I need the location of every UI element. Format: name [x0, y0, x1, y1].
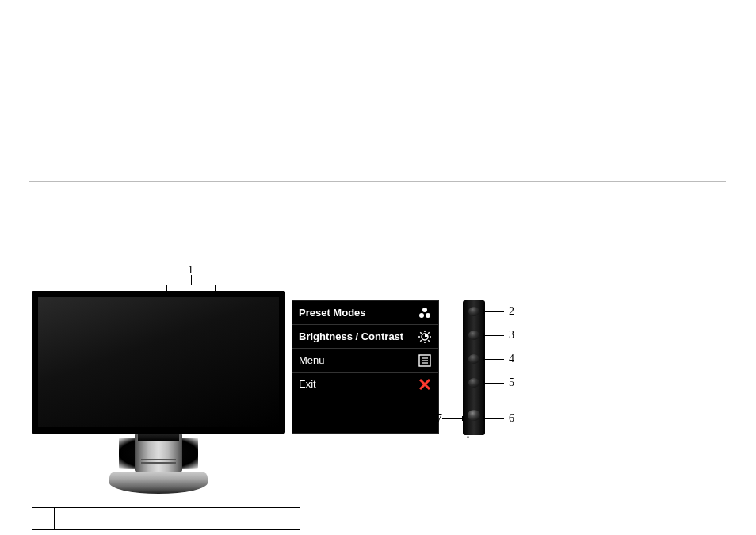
brightness-icon: [418, 330, 432, 344]
svg-line-8: [420, 332, 422, 334]
callout-6-label: 6: [509, 412, 514, 425]
svg-line-10: [420, 340, 422, 342]
callout-1-tick-right: [215, 285, 216, 291]
function-button-1[interactable]: [468, 307, 479, 316]
power-led: [467, 436, 469, 438]
function-button-4[interactable]: [468, 378, 479, 388]
table-cell: [32, 508, 55, 530]
callout-7-line: [442, 418, 463, 419]
callout-4-tick: [483, 357, 484, 361]
osd-empty-area: [292, 396, 438, 434]
svg-line-9: [428, 340, 430, 342]
preset-modes-icon: [418, 306, 432, 320]
monitor-front-view: DELL: [32, 291, 285, 497]
osd-row-preset-modes[interactable]: Preset Modes: [292, 301, 438, 325]
power-button[interactable]: [468, 410, 480, 421]
callout-2-tick: [483, 309, 484, 314]
monitor-bezel: DELL: [32, 291, 285, 434]
monitor-screen: [38, 297, 279, 427]
svg-line-11: [428, 332, 430, 334]
osd-label: Preset Modes: [299, 307, 366, 319]
stand-vent: [141, 462, 176, 464]
callout-3-label: 3: [509, 329, 514, 342]
callout-7-tick: [462, 416, 463, 421]
menu-icon: [418, 353, 432, 368]
callout-5-line: [483, 383, 504, 384]
osd-menu: Preset Modes Brightness / Contrast Menu …: [292, 300, 439, 434]
svg-point-2: [426, 313, 430, 318]
callout-7-label: 7: [437, 412, 442, 425]
osd-row-brightness-contrast[interactable]: Brightness / Contrast: [292, 325, 438, 349]
callout-3-tick: [483, 333, 484, 338]
callout-5-label: 5: [509, 376, 514, 389]
callout-3-line: [483, 335, 504, 336]
callout-2-label: 2: [509, 305, 514, 318]
function-button-3[interactable]: [468, 354, 479, 364]
legend-table: [32, 507, 300, 530]
callout-1-tick-left: [166, 285, 167, 291]
callout-6-tick: [483, 416, 484, 421]
callout-4-line: [483, 359, 504, 360]
callout-1-bracket: [166, 285, 216, 285]
osd-label: Exit: [299, 378, 316, 390]
horizontal-rule: [29, 181, 726, 182]
svg-point-1: [419, 313, 424, 318]
monitor-stand-hinge: [138, 434, 179, 441]
osd-row-menu[interactable]: Menu: [292, 349, 438, 373]
osd-label: Menu: [299, 354, 325, 366]
monitor-stand-base: [109, 472, 208, 494]
close-icon: [418, 377, 432, 392]
function-button-2[interactable]: [468, 331, 479, 340]
callout-6-line: [483, 418, 504, 419]
monitor-buttons-strip: [463, 300, 485, 435]
osd-row-exit[interactable]: Exit: [292, 373, 438, 396]
stand-vent: [141, 459, 176, 460]
table-cell: [55, 508, 300, 530]
osd-label: Brightness / Contrast: [299, 331, 403, 342]
callout-1-line: [191, 275, 192, 285]
callout-2-line: [483, 311, 504, 312]
svg-point-0: [422, 308, 427, 312]
callout-4-label: 4: [509, 353, 514, 365]
callout-5-tick: [483, 380, 484, 385]
